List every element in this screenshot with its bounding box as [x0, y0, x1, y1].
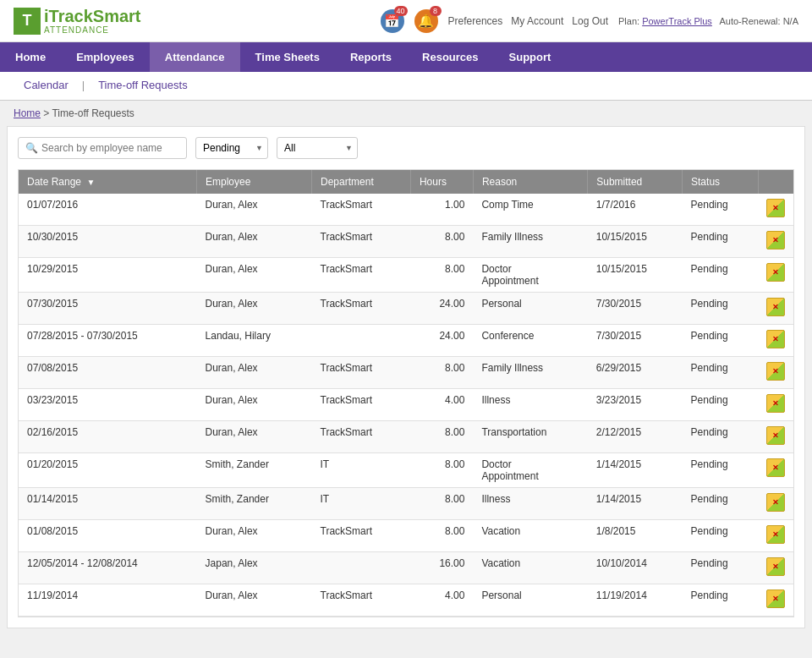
cell-reason: Family Illness	[473, 357, 587, 389]
action-deny-icon[interactable]	[766, 231, 785, 249]
cell-action	[758, 488, 793, 520]
cell-status: Pending	[683, 357, 758, 389]
table-row: 02/16/2015Duran, AlexTrackSmart8.00Trans…	[19, 421, 793, 453]
action-deny-icon[interactable]	[766, 426, 785, 445]
nav-timesheets[interactable]: Time Sheets	[240, 42, 335, 72]
table-row: 01/14/2015Smith, ZanderIT8.00Illness1/14…	[19, 488, 793, 520]
logo-text: iTrackSmart ATTENDANCE	[44, 7, 141, 35]
cell-status: Pending	[683, 453, 758, 488]
cell-date: 10/29/2015	[19, 258, 197, 293]
cell-reason: Personal	[473, 584, 587, 617]
nav-resources[interactable]: Resources	[407, 42, 493, 72]
search-input[interactable]	[41, 142, 179, 154]
action-deny-icon[interactable]	[766, 362, 785, 381]
col-action	[758, 170, 793, 194]
breadcrumb-home[interactable]: Home	[14, 107, 41, 119]
subnav-timeoff[interactable]: Time-off Requests	[88, 72, 198, 100]
col-submitted[interactable]: Submitted	[588, 170, 683, 194]
cell-employee: Duran, Alex	[197, 293, 312, 325]
action-deny-icon[interactable]	[766, 458, 785, 477]
dept-select[interactable]: All TrackSmart IT	[277, 137, 358, 159]
col-department[interactable]: Department	[312, 170, 411, 194]
nav-reports[interactable]: Reports	[335, 42, 407, 72]
breadcrumb-sep: >	[43, 107, 52, 119]
cell-submitted: 3/23/2015	[588, 389, 683, 421]
action-deny-icon[interactable]	[766, 394, 785, 413]
cell-hours: 8.00	[410, 453, 473, 488]
action-deny-icon[interactable]	[766, 199, 785, 217]
cell-department: IT	[312, 488, 411, 520]
logo-subtitle: ATTENDANCE	[44, 25, 141, 35]
col-hours[interactable]: Hours	[410, 170, 473, 194]
cell-date: 01/20/2015	[19, 453, 197, 488]
cell-department: TrackSmart	[312, 226, 411, 258]
header-right: 📅 40 🔔 8 Preferences My Account Log Out …	[381, 9, 798, 33]
cell-submitted: 6/29/2015	[588, 357, 683, 389]
plan-info: Plan: PowerTrack Plus Auto-Renewal: N/A	[618, 16, 798, 26]
cell-hours: 8.00	[410, 357, 473, 389]
subnav-sep: |	[79, 72, 88, 100]
my-account-link[interactable]: My Account	[511, 15, 563, 27]
cell-date: 01/14/2015	[19, 488, 197, 520]
top-header: T iTrackSmart ATTENDANCE 📅 40 🔔 8 Prefer…	[0, 0, 812, 42]
main-nav: Home Employees Attendance Time Sheets Re…	[0, 42, 812, 72]
table-wrap: Date Range ▼ Employee Department Hours R…	[18, 169, 794, 617]
action-deny-icon[interactable]	[766, 589, 785, 608]
nav-support[interactable]: Support	[494, 42, 567, 72]
cell-date: 07/08/2015	[19, 357, 197, 389]
alert-badge[interactable]: 🔔 8	[414, 9, 438, 33]
cell-action	[758, 389, 793, 421]
action-deny-icon[interactable]	[766, 263, 785, 282]
cell-reason: Conference	[473, 325, 587, 357]
cell-status: Pending	[683, 488, 758, 520]
cell-department	[312, 552, 411, 584]
subnav-calendar[interactable]: Calendar	[14, 72, 79, 100]
cell-date: 11/19/2014	[19, 584, 197, 617]
filters-bar: 🔍 Pending Approved Denied All All TrackS…	[18, 137, 794, 159]
table-row: 11/19/2014Duran, AlexTrackSmart4.00Perso…	[19, 584, 793, 617]
cell-action	[758, 226, 793, 258]
table-header-row: Date Range ▼ Employee Department Hours R…	[19, 170, 793, 194]
dept-select-wrap: All TrackSmart IT	[277, 137, 358, 159]
cell-submitted: 10/10/2014	[588, 552, 683, 584]
col-status[interactable]: Status	[683, 170, 758, 194]
preferences-link[interactable]: Preferences	[448, 15, 503, 27]
nav-home[interactable]: Home	[0, 42, 61, 72]
cell-employee: Japan, Alex	[197, 552, 312, 584]
cell-action	[758, 584, 793, 617]
plan-name-link[interactable]: PowerTrack Plus	[642, 16, 712, 26]
cell-employee: Duran, Alex	[197, 226, 312, 258]
cell-reason: Personal	[473, 293, 587, 325]
cell-reason: Vacation	[473, 552, 587, 584]
col-date-range[interactable]: Date Range ▼	[19, 170, 197, 194]
col-employee[interactable]: Employee	[197, 170, 312, 194]
cell-action	[758, 293, 793, 325]
nav-attendance[interactable]: Attendance	[150, 42, 240, 72]
cell-date: 03/23/2015	[19, 389, 197, 421]
action-deny-icon[interactable]	[766, 525, 785, 544]
cell-department	[312, 325, 411, 357]
action-deny-icon[interactable]	[766, 557, 785, 576]
cell-status: Pending	[683, 421, 758, 453]
cell-employee: Duran, Alex	[197, 194, 312, 226]
logout-link[interactable]: Log Out	[572, 15, 608, 27]
action-deny-icon[interactable]	[766, 330, 785, 348]
status-select[interactable]: Pending Approved Denied All	[195, 137, 268, 159]
col-reason[interactable]: Reason	[473, 170, 587, 194]
cell-action	[758, 357, 793, 389]
nav-employees[interactable]: Employees	[61, 42, 150, 72]
cell-hours: 4.00	[410, 584, 473, 617]
cell-action	[758, 421, 793, 453]
action-deny-icon[interactable]	[766, 298, 785, 316]
calendar-badge[interactable]: 📅 40	[381, 9, 404, 33]
cell-department: TrackSmart	[312, 584, 411, 617]
cell-reason: Vacation	[473, 520, 587, 552]
action-deny-icon[interactable]	[766, 493, 785, 512]
table-body: 01/07/2016Duran, AlexTrackSmart1.00Comp …	[19, 194, 793, 617]
logo-area: T iTrackSmart ATTENDANCE	[14, 7, 141, 35]
cell-employee: Duran, Alex	[197, 258, 312, 293]
plan-label: Plan:	[618, 16, 639, 26]
cell-submitted: 1/14/2015	[588, 453, 683, 488]
cell-hours: 8.00	[410, 421, 473, 453]
cell-hours: 8.00	[410, 488, 473, 520]
